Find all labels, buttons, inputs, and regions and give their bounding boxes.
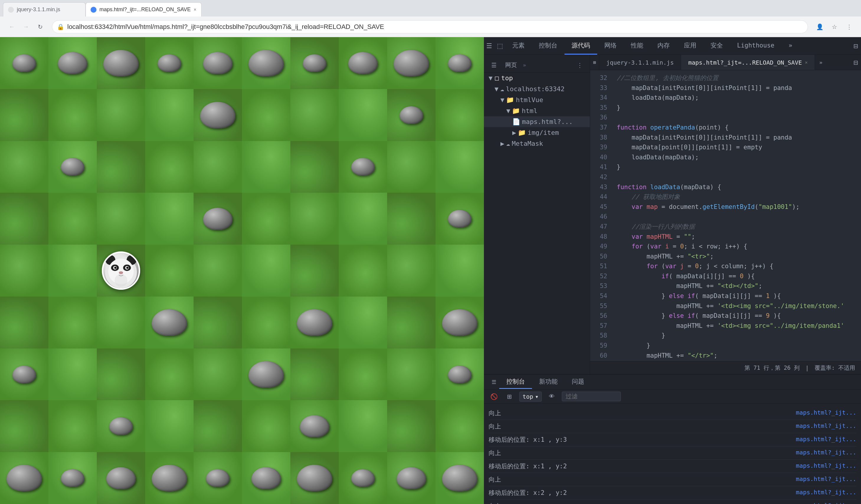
code-editor: ⊞ jquery-3.1.1.min.js maps.html?_ijt=...… [590, 55, 861, 374]
console-eye-button[interactable]: 👁 [546, 391, 557, 402]
tree-item-localhost[interactable]: ▼ ☁ localhost:63342 [484, 83, 590, 94]
devtools-tab-memory[interactable]: 内存 [650, 37, 677, 55]
game-cell-2-2 [97, 141, 145, 193]
code-line-42 [617, 172, 861, 182]
console-entry-source[interactable]: maps.html?_ijt... [774, 436, 856, 442]
devtools-tab-sources[interactable]: 源代码 [564, 37, 597, 55]
console-entry-source[interactable]: maps.html?_ijt... [774, 502, 856, 504]
code-position: 第 71 行，第 26 列 [744, 364, 800, 372]
game-cell-3-0 [0, 193, 49, 245]
game-cell-8-8 [387, 452, 436, 504]
devtools-tab-console[interactable]: 控制台 [532, 37, 564, 55]
game-cell-0-0 [0, 37, 49, 89]
code-line-57: mapHTML += '<td><img src="../img/item/pa… [617, 321, 861, 331]
console-filter-input[interactable] [562, 392, 621, 401]
file-tree-more-button[interactable]: ⋮ [574, 60, 585, 70]
file-tree-tab-page[interactable]: 网页 [505, 61, 517, 69]
game-cell-8-1 [49, 452, 97, 504]
svg-point-8 [114, 267, 116, 269]
profile-button[interactable]: 👤 [814, 21, 825, 33]
code-line-35: } [617, 103, 861, 113]
devtools-inspect-button[interactable]: ⬚ [494, 41, 505, 51]
game-cell-0-7 [339, 37, 387, 89]
game-cell-2-4 [194, 141, 242, 193]
tree-label-maps: maps.html?... [522, 118, 573, 125]
console-entry-source[interactable]: maps.html?_ijt... [774, 475, 856, 482]
tab-close-icon[interactable]: × [194, 7, 196, 12]
game-cell-7-8 [387, 400, 436, 452]
game-cell-6-1 [49, 349, 97, 400]
stone [158, 54, 181, 72]
forward-button[interactable]: → [20, 21, 32, 33]
code-coverage: 覆盖率: 不适用 [815, 364, 855, 372]
more-button[interactable]: ⋮ [843, 21, 855, 33]
bottom-tab-whatsnew[interactable]: 新功能 [532, 375, 565, 389]
console-entry-source[interactable]: maps.html?_ijt... [774, 422, 856, 430]
game-cell-4-9 [436, 245, 484, 297]
devtools-dock-button[interactable]: ⊟ [850, 41, 861, 51]
game-cell-8-5 [242, 452, 290, 504]
game-cell-6-2 [97, 349, 145, 400]
file-tree-menu[interactable]: ☰ [489, 60, 499, 70]
game-cell-2-8 [387, 141, 436, 193]
console-entry-source[interactable]: maps.html?_ijt... [774, 449, 856, 456]
back-button[interactable]: ← [6, 21, 18, 33]
tree-label-html: html [522, 107, 537, 114]
console-row: 向上maps.html?_ijt... [489, 473, 856, 486]
editor-sidebar-toggle[interactable]: ⊞ [590, 55, 599, 70]
console-context-chevron: ▾ [535, 393, 538, 400]
game-cell-5-4 [194, 297, 242, 349]
stone [58, 52, 87, 74]
code-line-47: //渲染一行八列的数据 [617, 222, 861, 232]
tab-maps[interactable]: maps.html?_ijt=...RELOAD_ON_SAVE × [85, 2, 202, 16]
tree-item-html[interactable]: ▼ 📁 html [484, 105, 590, 116]
console-entry-source[interactable]: maps.html?_ijt... [774, 409, 856, 416]
devtools-tab-lighthouse[interactable]: Lighthouse [730, 37, 781, 55]
bottom-tab-issues[interactable]: 问题 [565, 375, 591, 389]
tree-item-metamask[interactable]: ▶ ☁ MetaMask [484, 138, 590, 149]
bottom-tab-console[interactable]: 控制台 [499, 375, 532, 389]
editor-tab-maps-close[interactable]: × [805, 59, 808, 65]
tab-favicon-jquery [8, 7, 14, 13]
editor-tab-jquery[interactable]: jquery-3.1.1.min.js [599, 55, 681, 70]
editor-tabs: ⊞ jquery-3.1.1.min.js maps.html?_ijt=...… [590, 55, 861, 70]
console-entry-text: 移动后的位置: x:2 , y:2 [489, 489, 774, 497]
devtools-tab-elements[interactable]: 元素 [505, 37, 532, 55]
game-cell-6-3 [145, 349, 194, 400]
console-entry-source[interactable]: maps.html?_ijt... [774, 489, 856, 496]
game-cell-1-5 [242, 89, 290, 141]
tree-item-htmlvue[interactable]: ▼ 📁 htmlVue [484, 94, 590, 105]
profile-icon: 👤 [816, 23, 823, 30]
reload-button[interactable]: ↻ [34, 21, 46, 33]
devtools-tab-application[interactable]: 应用 [677, 37, 703, 55]
console-sidebar-button[interactable]: ⊞ [504, 391, 515, 402]
main-content: ☰ ⬚ 元素 控制台 源代码 网络 性能 内存 [0, 37, 861, 504]
devtools-tab-performance[interactable]: 性能 [624, 37, 650, 55]
console-clear-button[interactable]: 🚫 [489, 391, 499, 402]
editor-tab-jquery-label: jquery-3.1.1.min.js [606, 59, 674, 66]
tab-favicon-maps [91, 7, 96, 13]
address-bar[interactable]: 🔒 localhost:63342/htmlVue/html/maps.html… [52, 21, 808, 33]
devtools-menu-button[interactable]: ☰ [484, 41, 494, 51]
game-area[interactable] [0, 37, 484, 504]
code-content[interactable]: 3233343536373839404142434445464748495051… [590, 70, 861, 361]
console-context-select[interactable]: top ▾ [519, 392, 542, 401]
console-entry-source[interactable]: maps.html?_ijt... [774, 462, 856, 469]
bookmark-button[interactable]: ☆ [829, 21, 840, 33]
tree-item-maps[interactable]: 📄 maps.html?... [484, 116, 590, 127]
editor-tab-maps[interactable]: maps.html?_ijt=...RELOAD_ON_SAVE × [681, 55, 815, 70]
code-line-37: function operatePanda(point) { [617, 123, 861, 133]
editor-tab-more[interactable]: » [815, 59, 826, 66]
tree-item-top[interactable]: ▼ □ top [484, 72, 590, 83]
tree-item-imgitem[interactable]: ▶ 📁 img/item [484, 127, 590, 138]
game-cell-3-4 [194, 193, 242, 245]
nav-buttons: ← → ↻ [6, 21, 46, 33]
console-clear-icon: 🚫 [490, 393, 498, 400]
tab-jquery[interactable]: jquery-3.1.1.min.js [3, 2, 85, 16]
console-menu-button[interactable]: ☰ [489, 377, 499, 387]
game-cell-0-9 [436, 37, 484, 89]
editor-dock-button[interactable]: ⊟ [850, 57, 861, 68]
devtools-tab-network[interactable]: 网络 [597, 37, 624, 55]
devtools-tab-security[interactable]: 安全 [703, 37, 730, 55]
devtools-tab-more[interactable]: » [781, 37, 800, 55]
